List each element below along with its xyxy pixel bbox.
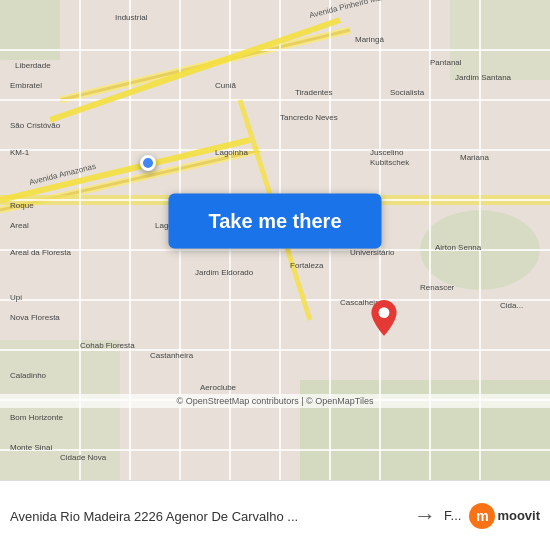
footer-arrow-icon: → <box>414 503 436 529</box>
label-areal-floresta: Areal da Floresta <box>10 248 71 257</box>
footer-address-container: Avenida Rio Madeira 2226 Agenor De Carva… <box>10 507 406 525</box>
label-jardim-eldorado: Jardim Eldorado <box>195 268 254 277</box>
label-km1: KM-1 <box>10 148 30 157</box>
label-castanheira: Castanheira <box>150 351 194 360</box>
footer: Avenida Rio Madeira 2226 Agenor De Carva… <box>0 480 550 550</box>
label-nova-floresta: Nova Floresta <box>10 313 60 322</box>
label-fortaleza: Fortaleza <box>290 261 324 270</box>
label-areal: Areal <box>10 221 29 230</box>
footer-address: Avenida Rio Madeira 2226 Agenor De Carva… <box>10 509 298 524</box>
footer-destination: F... <box>444 508 461 523</box>
label-cidade: Cida... <box>500 301 523 310</box>
label-industrial: Industrial <box>115 13 148 22</box>
label-tiradentes: Tiradentes <box>295 88 333 97</box>
moovit-text: moovit <box>497 508 540 523</box>
destination-pin <box>370 300 398 340</box>
label-cidade-nova: Cidade Nova <box>60 453 107 462</box>
label-universitario: Universitário <box>350 248 395 257</box>
map-attribution: © OpenStreetMap contributors | © OpenMap… <box>0 394 550 408</box>
label-socialista: Socialista <box>390 88 425 97</box>
current-location-dot <box>140 155 156 171</box>
label-pantanal: Pantanal <box>430 58 462 67</box>
label-liberdade: Liberdade <box>15 61 51 70</box>
label-upi: Upi <box>10 293 22 302</box>
label-roque: Roque <box>10 201 34 210</box>
take-me-there-button[interactable]: Take me there <box>168 193 381 248</box>
moovit-logo: m moovit <box>469 503 540 529</box>
label-renascer: Renascer <box>420 283 455 292</box>
label-jardim-santana: Jardim Santana <box>455 73 512 82</box>
label-kubitschek: Kubitschek <box>370 158 410 167</box>
label-sao-cristovao: São Cristóvão <box>10 121 61 130</box>
label-embratel: Embratel <box>10 81 42 90</box>
label-caladinho: Caladinho <box>10 371 47 380</box>
svg-rect-2 <box>450 0 550 80</box>
map: Avenida Pinheiro Machado Avenida Amazona… <box>0 0 550 480</box>
label-lagoinha: Lagoinha <box>215 148 248 157</box>
label-maringa: Maringá <box>355 35 384 44</box>
label-aeroclube: Aeroclube <box>200 383 237 392</box>
moovit-icon: m <box>469 503 495 529</box>
svg-point-32 <box>379 307 390 318</box>
label-cunia: Cuniã <box>215 81 236 90</box>
label-tancredo: Tancredo Neves <box>280 113 338 122</box>
label-bom-horizonte: Bom Horizonte <box>10 413 63 422</box>
label-juscelino: Juscelino <box>370 148 404 157</box>
label-airton-senna: Airton Senna <box>435 243 482 252</box>
label-mariana: Mariana <box>460 153 489 162</box>
label-monte-sinai: Monte Sinai <box>10 443 52 452</box>
label-cohab-floresta: Cohab Floresta <box>80 341 135 350</box>
